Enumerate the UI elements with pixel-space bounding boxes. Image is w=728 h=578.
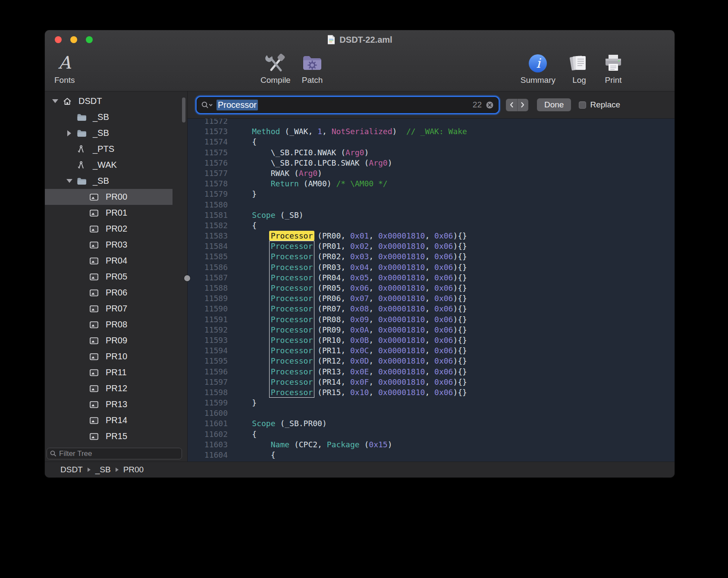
sidebar-item-sb[interactable]: _SB — [45, 109, 173, 125]
code-token: ){} — [453, 252, 467, 261]
code-token: (_WAK, — [280, 127, 317, 136]
disclosure-spacer — [78, 189, 90, 205]
code-token: 0x00001810 — [378, 367, 425, 376]
done-button[interactable]: Done — [537, 98, 571, 111]
sidebar-item-pr12[interactable]: PR12 — [45, 380, 173, 396]
sidebar-scrollbar[interactable] — [182, 97, 185, 123]
code-token: 0x10 — [350, 388, 369, 397]
titlebar[interactable]: DSDT-22.aml — [45, 30, 675, 49]
sidebar-item-label: _PTS — [93, 144, 114, 154]
breadcrumb-item-sb[interactable]: _SB — [95, 465, 111, 474]
code-text: } — [228, 398, 257, 408]
find-match: Processor — [271, 367, 313, 376]
code-token: , — [425, 356, 434, 365]
line-number: 11579 — [188, 189, 228, 199]
code-token: 0x06 — [434, 315, 453, 324]
breadcrumb-item-pr00[interactable]: PR00 — [123, 465, 144, 474]
sidebar-item-label: PR03 — [106, 240, 127, 250]
code-token: (PR08, — [313, 315, 350, 324]
sidebar-item-pts[interactable]: _PTS — [45, 141, 173, 157]
sidebar-item-dsdt[interactable]: DSDT — [45, 93, 173, 109]
processor-icon — [90, 353, 100, 360]
code-text: } — [228, 189, 257, 199]
log-button[interactable]: Log — [569, 52, 589, 85]
find-match: Processor — [271, 356, 313, 365]
sidebar-item-pr03[interactable]: PR03 — [45, 237, 173, 253]
disclosure-spacer — [78, 412, 90, 428]
code-token: 0x00001810 — [378, 273, 425, 282]
find-match: Processor — [271, 315, 313, 324]
code-token: { — [233, 450, 276, 459]
code-token — [233, 294, 271, 303]
code-line: 11574 { — [188, 137, 675, 147]
code-line: 11585 Processor (PR02, 0x03, 0x00001810,… — [188, 251, 675, 262]
sidebar-item-pr04[interactable]: PR04 — [45, 253, 173, 269]
split-handle[interactable] — [184, 275, 190, 281]
sidebar-item-sb[interactable]: _SB — [45, 125, 173, 141]
code-editor[interactable]: 1157211573 Method (_WAK, 1, NotSerialize… — [188, 119, 675, 462]
code-token: 0x00001810 — [378, 304, 425, 313]
disclosure-right-icon[interactable] — [66, 125, 77, 141]
sidebar-item-pr09[interactable]: PR09 — [45, 333, 173, 349]
line-number: 11576 — [188, 158, 228, 168]
code-token: ){} — [453, 242, 467, 251]
disclosure-down-icon[interactable] — [51, 93, 63, 109]
code-line: 11604 { — [188, 450, 675, 460]
editor-pane: Processor 22 — [187, 91, 675, 462]
compile-button[interactable]: Compile — [260, 52, 291, 85]
sidebar-item-pr13[interactable]: PR13 — [45, 396, 173, 412]
breadcrumb-item-dsdt[interactable]: DSDT — [60, 465, 83, 474]
sidebar-item-pr07[interactable]: PR07 — [45, 301, 173, 317]
sidebar-item-pr02[interactable]: PR02 — [45, 221, 173, 237]
code-token: , — [425, 263, 434, 272]
code-token: , — [369, 377, 378, 386]
disclosure-spacer — [78, 253, 90, 269]
patch-button[interactable]: Patch — [302, 52, 323, 85]
search-menu-icon[interactable] — [201, 101, 213, 109]
line-number: 11590 — [188, 304, 228, 314]
sidebar-item-label: PR02 — [106, 224, 127, 234]
code-text: Method (_WAK, 1, NotSerialized) // _WAK:… — [228, 126, 467, 137]
sidebar-item-pr01[interactable]: PR01 — [45, 205, 173, 221]
replace-checkbox[interactable] — [579, 101, 586, 109]
code-text: Name (CPC2, Package (0x15) — [228, 440, 392, 450]
sidebar-item-pr14[interactable]: PR14 — [45, 412, 173, 428]
next-match-button[interactable] — [518, 99, 529, 111]
line-number: 11572 — [188, 119, 228, 126]
disclosure-down-icon[interactable] — [66, 173, 77, 189]
folder-icon — [77, 177, 87, 185]
find-input[interactable]: Processor 22 — [197, 97, 499, 113]
processor-icon — [90, 417, 100, 424]
sidebar-item-sb[interactable]: _SB — [45, 173, 173, 189]
code-text: Processor (PR12, 0x0D, 0x00001810, 0x06)… — [228, 356, 467, 366]
code-line: 11593 Processor (PR10, 0x0B, 0x00001810,… — [188, 335, 675, 346]
sidebar-item-label: PR10 — [106, 352, 127, 361]
sidebar-item-wak[interactable]: _WAK — [45, 157, 173, 173]
filter-tree-input[interactable] — [59, 449, 179, 458]
line-number: 11596 — [188, 367, 228, 377]
sidebar-item-pr05[interactable]: PR05 — [45, 269, 173, 285]
sidebar-item-pr08[interactable]: PR08 — [45, 317, 173, 333]
code-token: (PR00, — [313, 231, 350, 240]
fonts-button[interactable]: A Fonts — [54, 52, 75, 85]
code-token: , — [369, 367, 378, 376]
sidebar-item-pr00[interactable]: PR00 — [45, 189, 173, 205]
code-token: (PR12, — [313, 356, 350, 365]
sidebar-item-pr11[interactable]: PR11 — [45, 364, 173, 380]
processor-icon — [90, 273, 100, 280]
code-token: (CPC2, — [289, 440, 327, 449]
clear-search-button[interactable] — [486, 101, 494, 109]
sidebar-item-pr06[interactable]: PR06 — [45, 285, 173, 301]
print-button[interactable]: Print — [603, 52, 624, 85]
code-token — [233, 336, 271, 345]
filter-tree-field — [47, 448, 182, 459]
code-token: ){} — [453, 263, 467, 272]
code-token — [233, 367, 271, 376]
summary-button[interactable]: i Summary — [521, 52, 555, 85]
sidebar-item-pr15[interactable]: PR15 — [45, 428, 173, 444]
previous-match-button[interactable] — [506, 99, 518, 111]
sidebar-item-pr10[interactable]: PR10 — [45, 349, 173, 364]
line-number: 11575 — [188, 148, 228, 158]
code-token: , — [369, 346, 378, 355]
breadcrumb-separator-icon — [116, 468, 119, 472]
